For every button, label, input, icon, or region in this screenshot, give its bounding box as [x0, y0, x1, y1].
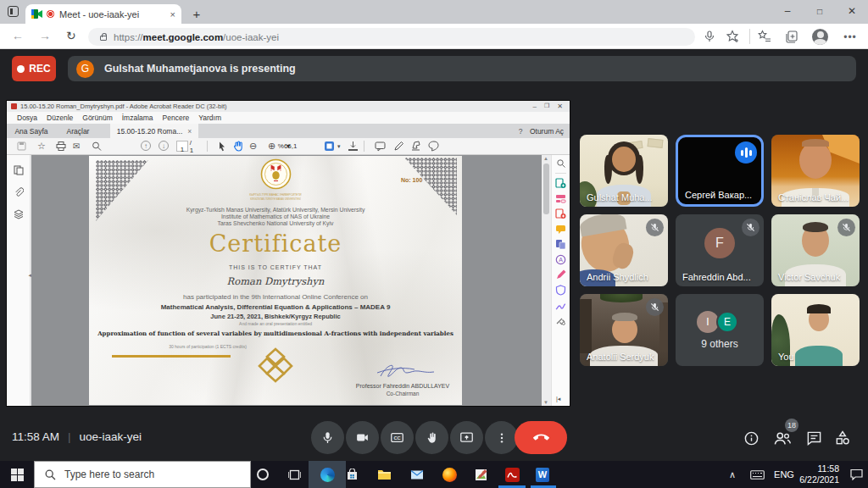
task-view-button[interactable] — [277, 461, 311, 488]
taskbar-search[interactable]: Type here to search — [34, 461, 251, 488]
recording-badge[interactable]: REC — [12, 56, 56, 81]
tool-search-icon[interactable] — [556, 158, 566, 169]
url-bar[interactable]: https://meet.google.com/uoe-iaak-yei — [88, 28, 695, 46]
menu-yardim[interactable]: Yardım — [198, 114, 221, 122]
prev-page-icon[interactable]: ↑ — [141, 141, 151, 151]
fit-page-icon[interactable] — [324, 141, 335, 152]
back-icon[interactable]: ← — [12, 29, 24, 42]
fit-width-icon[interactable] — [348, 141, 359, 152]
zoom-level[interactable]: %66,1 ▾ — [285, 138, 290, 154]
tool-organize-pages-icon[interactable] — [555, 193, 566, 204]
pencil-icon[interactable] — [393, 141, 404, 152]
participant-tile-you[interactable]: You — [771, 294, 860, 366]
acrobat-close-icon[interactable]: ✕ — [557, 103, 563, 110]
action-center-button[interactable] — [844, 461, 868, 488]
add-favorite-icon[interactable] — [726, 30, 739, 43]
save-icon[interactable] — [17, 141, 26, 152]
doc-tab-close-icon[interactable]: × — [187, 127, 192, 136]
pdf-scrollbar[interactable]: ▲▼ — [542, 155, 551, 406]
hand-tool-icon[interactable] — [232, 141, 243, 152]
participant-tile-andrii[interactable]: Andrii Shydlich — [580, 214, 668, 286]
zoom-out-icon[interactable]: ⊖ — [249, 138, 257, 154]
menu-dosya[interactable]: Dosya — [17, 114, 37, 122]
mic-button[interactable] — [311, 421, 344, 454]
email-icon[interactable]: ✉ — [73, 138, 80, 154]
info-button[interactable] — [741, 428, 761, 448]
tab-document[interactable]: 15.00-15.20 Roma...× — [110, 124, 198, 138]
sign-in-button[interactable]: Oturum Aç — [527, 124, 566, 138]
print-icon[interactable] — [56, 141, 66, 152]
forward-icon[interactable]: → — [39, 29, 51, 42]
cortana-button[interactable] — [246, 461, 280, 488]
participant-tile-anatolii[interactable]: Anatolii Serdyuk — [580, 294, 668, 366]
select-tool-icon[interactable] — [218, 141, 226, 152]
more-options-button[interactable] — [485, 421, 518, 454]
tab-araclar[interactable]: Araçlar — [56, 124, 100, 138]
star-icon[interactable]: ☆ — [37, 138, 46, 154]
comment-icon[interactable] — [375, 141, 386, 152]
refresh-icon[interactable]: ↻ — [66, 29, 76, 42]
touch-keyboard-button[interactable] — [744, 461, 770, 488]
captions-button[interactable]: CC — [381, 421, 414, 454]
menu-duzenle[interactable]: Düzenle — [47, 114, 73, 122]
taskbar-photos-button[interactable] — [464, 461, 498, 488]
tools-collapse-icon[interactable]: |◂ — [556, 396, 560, 402]
tool-create-pdf-icon[interactable] — [555, 208, 566, 219]
present-button[interactable] — [450, 421, 483, 454]
participant-tile-stanislav[interactable]: Станіслав Чай... — [771, 135, 860, 207]
tool-export-pdf-icon[interactable] — [555, 178, 566, 189]
window-maximize-button[interactable]: □ — [804, 0, 836, 22]
tab-ana-sayfa[interactable]: Ana Sayfa — [7, 124, 56, 138]
chat-button[interactable] — [804, 428, 824, 448]
taskbar-explorer-button[interactable] — [367, 461, 401, 488]
taskbar-mail-button[interactable] — [400, 461, 434, 488]
profile-avatar[interactable] — [812, 29, 828, 45]
menu-imzalama[interactable]: İmzalama — [122, 114, 153, 122]
new-tab-button[interactable]: + — [188, 5, 205, 22]
tool-more-icon[interactable] — [555, 315, 566, 326]
voice-search-icon[interactable] — [704, 30, 715, 43]
zoom-in-icon[interactable]: ⊕ — [268, 138, 275, 154]
tab-close-icon[interactable]: × — [170, 9, 175, 19]
taskbar-store-button[interactable] — [335, 461, 369, 488]
shapes-icon[interactable] — [428, 141, 439, 152]
tool-sign-icon[interactable] — [555, 300, 566, 311]
tool-fill-sign-icon[interactable] — [555, 269, 566, 280]
start-button[interactable] — [0, 461, 34, 488]
tool-protect-icon[interactable] — [555, 285, 566, 296]
tool-comment-icon[interactable] — [555, 224, 566, 235]
find-icon[interactable] — [92, 141, 102, 152]
participant-tile-gulshat[interactable]: Gulshat Muha... — [580, 135, 668, 207]
tray-clock[interactable]: 11:58 6/22/2021 — [792, 463, 839, 485]
window-minimize-button[interactable]: – — [771, 0, 804, 22]
window-close-button[interactable]: ✕ — [836, 0, 868, 22]
tray-expand-button[interactable]: ∧ — [722, 461, 743, 488]
end-call-button[interactable] — [515, 421, 567, 454]
participant-tile-sergey[interactable]: Сергей Вакар... — [676, 135, 764, 207]
tab-actions-icon[interactable] — [8, 6, 19, 17]
browser-tab[interactable]: Meet - uoe-iaak-yei × — [25, 4, 181, 24]
stamp-icon[interactable] — [410, 141, 422, 152]
camera-button[interactable] — [346, 421, 379, 454]
taskbar-acrobat-button[interactable] — [495, 461, 529, 488]
menu-gorunum[interactable]: Görünüm — [82, 114, 112, 122]
menu-pencere[interactable]: Pencere — [163, 114, 190, 122]
page-thumbnails-icon[interactable] — [14, 165, 24, 175]
taskbar-firefox-button[interactable] — [432, 461, 466, 488]
activities-button[interactable] — [832, 428, 853, 448]
tool-edit-pdf-icon[interactable]: A — [555, 254, 566, 265]
acrobat-maximize-icon[interactable]: ❐ — [544, 103, 549, 110]
acrobat-minimize-icon[interactable]: – — [533, 103, 537, 110]
raise-hand-button[interactable] — [415, 421, 448, 454]
tool-combine-files-icon[interactable] — [555, 239, 566, 250]
layers-icon[interactable] — [14, 209, 24, 219]
participant-tile-others[interactable]: I E 9 others — [676, 294, 764, 366]
collections-icon[interactable] — [785, 30, 798, 43]
taskbar-word-button[interactable]: W — [526, 461, 559, 488]
fit-dropdown-icon[interactable]: ▾ — [337, 138, 341, 154]
attachments-icon[interactable] — [14, 187, 24, 197]
acrobat-help-icon[interactable]: ? — [515, 124, 526, 138]
participant-tile-fahreddin[interactable]: F Fahreddin Abd... — [676, 214, 764, 286]
page-number-input[interactable]: 1 — [176, 141, 188, 152]
favorites-bar-icon[interactable] — [758, 30, 771, 43]
